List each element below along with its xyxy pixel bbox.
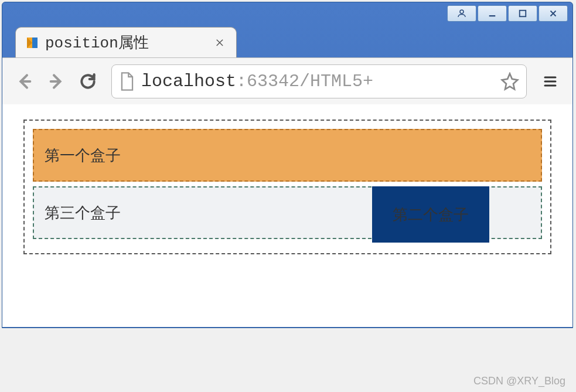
url-host: localhost: [141, 71, 236, 91]
svg-rect-1: [489, 15, 496, 16]
box-1: 第一个盒子: [33, 129, 542, 182]
browser-toolbar: localhost:63342/HTML5+: [2, 57, 572, 104]
demo-container: 第一个盒子 第三个盒子 第二个盒子: [23, 120, 551, 254]
menu-button[interactable]: [536, 67, 564, 96]
url-port: :63342: [236, 71, 299, 91]
minimize-icon: [487, 8, 497, 19]
svg-rect-2: [520, 11, 526, 17]
tab-favicon-icon: [25, 36, 39, 50]
bookmark-star-icon[interactable]: [500, 72, 519, 91]
url-text: localhost:63342/HTML5+: [141, 71, 500, 91]
watermark: CSDN @XRY_Blog: [473, 375, 565, 387]
user-button[interactable]: [447, 5, 476, 22]
page-viewport: 第一个盒子 第三个盒子 第二个盒子: [2, 104, 572, 327]
maximize-button[interactable]: [508, 5, 537, 22]
address-bar[interactable]: localhost:63342/HTML5+: [111, 64, 527, 98]
forward-button[interactable]: [42, 67, 70, 96]
browser-window: position属性 × localhost:63342/HTML5+ 第一个盒…: [2, 2, 573, 328]
maximize-icon: [517, 8, 528, 19]
url-path: /HTML5+: [299, 71, 373, 91]
box-3-label: 第三个盒子: [45, 203, 121, 223]
user-icon: [456, 8, 467, 19]
forward-arrow-icon: [47, 72, 66, 91]
back-arrow-icon: [15, 72, 34, 91]
reload-icon: [79, 72, 97, 91]
tab-strip: position属性 ×: [2, 25, 572, 57]
browser-tab[interactable]: position属性 ×: [15, 27, 237, 57]
close-window-button[interactable]: [538, 5, 568, 22]
svg-point-0: [460, 10, 463, 13]
window-titlebar: [2, 2, 572, 25]
box-2-label: 第二个盒子: [393, 204, 469, 225]
tab-title: position属性: [45, 32, 213, 53]
page-icon: [119, 71, 135, 91]
tab-close-button[interactable]: ×: [213, 33, 227, 52]
hamburger-icon: [542, 74, 558, 88]
minimize-button[interactable]: [478, 5, 507, 22]
back-button[interactable]: [11, 67, 39, 96]
box-2: 第二个盒子: [372, 186, 489, 243]
reload-button[interactable]: [74, 67, 102, 96]
box-1-label: 第一个盒子: [45, 145, 121, 166]
close-icon: [548, 8, 558, 19]
